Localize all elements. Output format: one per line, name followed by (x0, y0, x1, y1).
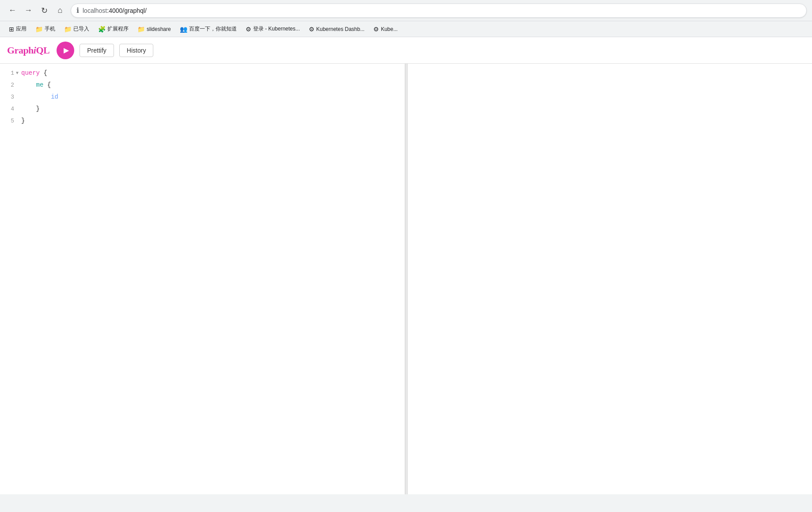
back-button[interactable]: ← (5, 4, 19, 18)
run-button[interactable]: ▶ (57, 42, 74, 59)
k8s-dash-icon: ⚙ (309, 26, 315, 33)
bookmark-yidaoru-label: 已导入 (73, 25, 89, 33)
keyword-query: query (21, 69, 40, 76)
result-panel (408, 64, 812, 494)
keyword-me: me (36, 81, 44, 88)
bookmark-slideshare[interactable]: 📁 slideshare (134, 24, 175, 34)
bookmark-shouji[interactable]: 📁 手机 (32, 23, 59, 34)
line-number-5: 5 (0, 115, 18, 127)
history-button[interactable]: History (119, 44, 154, 57)
code-editor[interactable]: 1 ▼ query { 2 me { 3 id (0, 64, 405, 494)
bookmarks-bar: ⊞ 应用 📁 手机 📁 已导入 🧩 扩展程序 📁 slideshare 👥 百度… (0, 21, 812, 37)
code-content-5: } (18, 115, 25, 126)
code-content-4: } (18, 103, 40, 115)
bookmark-yidaoru[interactable]: 📁 已导入 (61, 23, 93, 34)
code-line-2: 2 me { (0, 79, 405, 91)
forward-button[interactable]: → (21, 4, 35, 18)
url-port-path: :4000/graphql/ (107, 7, 147, 14)
folder-icon-1: 📁 (35, 26, 43, 33)
apps-icon: ⊞ (9, 26, 14, 33)
bookmark-k8s-dash[interactable]: ⚙ Kubernetes Dashb... (305, 24, 368, 34)
address-bar[interactable]: ℹ localhost:4000/graphql/ (71, 4, 807, 18)
prettify-button[interactable]: Prettify (80, 44, 114, 57)
run-icon: ▶ (64, 46, 69, 54)
url-display: localhost:4000/graphql/ (83, 7, 147, 14)
bookmark-k8s-login[interactable]: ⚙ 登录 - Kubernetes... (242, 23, 304, 34)
prettify-label: Prettify (87, 47, 106, 54)
line-number-2: 2 (0, 80, 18, 91)
refresh-button[interactable]: ↻ (37, 4, 51, 18)
baidu-icon: 👥 (180, 26, 187, 33)
bookmark-slideshare-label: slideshare (147, 26, 171, 32)
folder-icon-2: 📁 (64, 26, 72, 33)
editor-panel: 1 ▼ query { 2 me { 3 id (0, 64, 405, 494)
bookmark-extensions-label: 扩展程序 (107, 25, 129, 33)
url-localhost: localhost (83, 7, 107, 14)
line-number-4: 4 (0, 103, 18, 115)
bookmark-extensions[interactable]: 🧩 扩展程序 (95, 23, 132, 34)
graphiql-header: GraphiQL ▶ Prettify History (0, 37, 812, 64)
graphiql-app: GraphiQL ▶ Prettify History 1 ▼ query { (0, 37, 812, 494)
bookmark-apps-label: 应用 (16, 25, 27, 33)
code-content-2: me { (18, 79, 51, 91)
code-content-1: query { (18, 67, 47, 79)
security-info-icon[interactable]: ℹ (76, 6, 79, 15)
graphiql-logo: GraphiQL (7, 45, 49, 56)
code-line-3: 3 id (0, 91, 405, 103)
bookmark-baidu-label: 百度一下，你就知道 (189, 25, 237, 33)
bookmark-k8s-login-label: 登录 - Kubernetes... (253, 25, 300, 33)
nav-bar: ← → ↻ ⌂ ℹ localhost:4000/graphql/ (0, 0, 812, 21)
history-label: History (127, 47, 146, 54)
code-line-1: 1 ▼ query { (0, 67, 405, 79)
kube-extra-icon: ⚙ (373, 26, 379, 33)
bookmark-baidu[interactable]: 👥 百度一下，你就知道 (176, 23, 240, 34)
home-button[interactable]: ⌂ (53, 4, 67, 18)
puzzle-icon: 🧩 (98, 26, 106, 33)
nav-controls: ← → ↻ ⌂ (5, 4, 67, 18)
bookmark-kube-extra-label: Kube... (381, 26, 398, 32)
graphiql-main: 1 ▼ query { 2 me { 3 id (0, 64, 812, 494)
folder-icon-3: 📁 (137, 26, 145, 33)
code-line-4: 4 } (0, 103, 405, 115)
bookmark-shouji-label: 手机 (45, 25, 55, 33)
bookmark-k8s-dash-label: Kubernetes Dashb... (316, 26, 364, 32)
line-number-1: 1 ▼ (0, 68, 18, 79)
bookmark-kube-extra[interactable]: ⚙ Kube... (370, 24, 401, 34)
fold-arrow-1[interactable]: ▼ (16, 68, 19, 79)
bookmark-apps[interactable]: ⊞ 应用 (5, 23, 30, 34)
code-content-3: id (18, 91, 58, 103)
keyword-id: id (51, 93, 58, 100)
code-line-5: 5 } (0, 115, 405, 127)
k8s-login-icon: ⚙ (246, 26, 251, 33)
line-number-3: 3 (0, 92, 18, 103)
